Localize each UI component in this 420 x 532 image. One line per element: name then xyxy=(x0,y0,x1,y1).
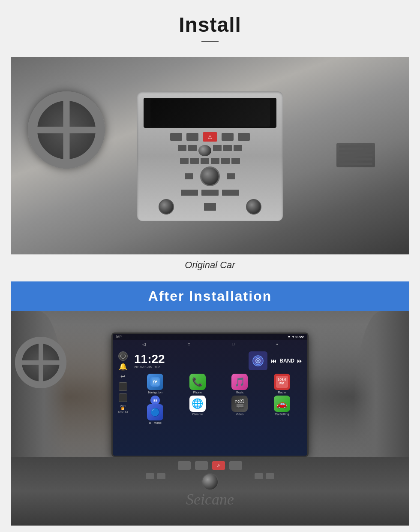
side-button-2[interactable] xyxy=(119,393,127,402)
after-dash-buttons: ⚠ xyxy=(146,461,274,470)
chrome-icon: 🌐 xyxy=(189,396,206,412)
radio-label: Radio xyxy=(278,391,286,394)
media-icon xyxy=(249,351,267,370)
after-dashboard: ⚠ xyxy=(11,457,409,526)
svg-text:🗺: 🗺 xyxy=(153,380,157,384)
status-time: 11:22 xyxy=(295,335,304,339)
status-icons: ▼ ▾ 11:22 xyxy=(288,335,304,339)
apps-grid-row2: 88 🔵 BT Music 🌐 Chrome 🎬 xyxy=(132,396,306,426)
notification-icon: 🔔 xyxy=(119,363,127,370)
clock-media-row: 11:22 2018-11-06 Tue xyxy=(132,350,306,372)
back-icon: ◁ xyxy=(142,342,146,347)
next-track-icon[interactable]: ⏭ xyxy=(297,357,303,364)
after-installation-title: After Installation xyxy=(11,288,409,304)
bt-icon: 🔵 xyxy=(147,404,163,420)
small-btn-4 xyxy=(266,473,274,479)
header-divider xyxy=(201,41,219,42)
page-header: Install xyxy=(0,0,420,57)
location-icon: ▼ xyxy=(288,335,291,339)
center-content: 11:22 2018-11-06 Tue xyxy=(132,350,306,454)
media-controls: ⏮ BAND ⏭ xyxy=(271,357,303,364)
clock-block: 11:22 2018-11-06 Tue xyxy=(134,353,245,369)
small-btn-2 xyxy=(157,473,165,479)
app-carsetting[interactable]: 🚗 CarSetting xyxy=(262,396,303,424)
app-video[interactable]: 🎬 Video xyxy=(219,396,260,424)
power-button[interactable] xyxy=(118,351,128,361)
left-panel: 🔔 ↩ WiFi 📶 SRD_SJ xyxy=(114,350,132,454)
after-car-image: MIC AST ▼ ▾ 11:22 ◁ ○ □ xyxy=(11,311,409,526)
apps-grid-row1: 🗺 Navigation 📞 Phone xyxy=(132,372,306,396)
app-navigation[interactable]: 🗺 Navigation xyxy=(135,374,176,394)
screen-main: 🔔 ↩ WiFi 📶 SRD_SJ xyxy=(113,348,307,456)
android-head-unit: MIC AST ▼ ▾ 11:22 ◁ ○ □ xyxy=(111,332,309,457)
home-icon: ○ xyxy=(187,341,190,347)
radio-icon: 106.0FM xyxy=(274,374,290,390)
navigation-icon: 🗺 xyxy=(147,374,163,390)
video-icon: 🎬 xyxy=(231,396,248,412)
status-bar: AST ▼ ▾ 11:22 xyxy=(113,334,307,340)
phone-icon: 📞 xyxy=(189,374,206,390)
dash-btn-3 xyxy=(229,461,242,470)
side-button-1[interactable] xyxy=(119,382,127,391)
clock-time: 11:22 xyxy=(134,353,245,365)
back-arrow-icon: ↩ xyxy=(120,373,126,380)
bt-music-label: BT Music xyxy=(149,421,162,424)
nav-bar: ◁ ○ □ • xyxy=(113,340,307,348)
prev-track-icon[interactable]: ⏮ xyxy=(271,357,277,364)
app-bt-music[interactable]: 88 🔵 BT Music xyxy=(135,396,176,424)
after-dash-row2 xyxy=(146,473,274,490)
navigation-label: Navigation xyxy=(148,391,162,394)
app-chrome[interactable]: 🌐 Chrome xyxy=(177,396,218,424)
after-car-section: MIC AST ▼ ▾ 11:22 ◁ ○ □ xyxy=(0,311,420,532)
app-radio[interactable]: 106.0FM Radio xyxy=(262,374,303,394)
small-btn-1 xyxy=(146,473,154,479)
network-name: SRD_SJ xyxy=(118,411,128,413)
carsetting-label: CarSetting xyxy=(275,413,289,416)
recents-icon: □ xyxy=(232,342,234,346)
original-car-section: ⚠ xyxy=(0,57,420,281)
android-screen: MIC AST ▼ ▾ 11:22 ◁ ○ □ xyxy=(113,334,307,456)
clock-date: 2018-11-06 Tue xyxy=(134,365,245,369)
main-knob xyxy=(201,473,219,490)
chrome-label: Chrome xyxy=(192,413,203,416)
page-title: Install xyxy=(0,13,420,36)
wifi-icon: ▾ xyxy=(292,335,294,339)
app-phone[interactable]: 📞 Phone xyxy=(177,374,218,394)
phone-label: Phone xyxy=(193,391,202,394)
music-label: Music xyxy=(236,391,243,394)
after-dashboard-center: ⚠ xyxy=(146,457,274,490)
app-music[interactable]: 🎵 Music xyxy=(219,374,260,394)
wifi-bars: 📶 xyxy=(121,408,124,411)
dot-icon: • xyxy=(276,342,278,347)
wifi-label: WiFi xyxy=(120,405,126,408)
hazard-btn: ⚠ xyxy=(212,461,225,470)
dash-btn-2 xyxy=(195,461,208,470)
podcast-svg xyxy=(252,355,264,367)
band-label: BAND xyxy=(279,358,294,364)
original-car-label: Original Car xyxy=(11,254,409,277)
music-icon: 🎵 xyxy=(231,374,248,390)
video-label: Video xyxy=(236,413,243,416)
wifi-info: WiFi 📶 SRD_SJ xyxy=(118,405,128,413)
after-installation-banner: After Installation xyxy=(11,281,409,311)
num-badge: 88 xyxy=(150,396,160,405)
mic-label: MIC xyxy=(116,335,122,338)
carsetting-icon: 🚗 xyxy=(274,396,290,412)
small-btn-3 xyxy=(255,473,263,479)
original-car-image: ⚠ xyxy=(11,57,409,254)
dash-btn-1 xyxy=(178,461,191,470)
svg-point-2 xyxy=(257,360,259,362)
